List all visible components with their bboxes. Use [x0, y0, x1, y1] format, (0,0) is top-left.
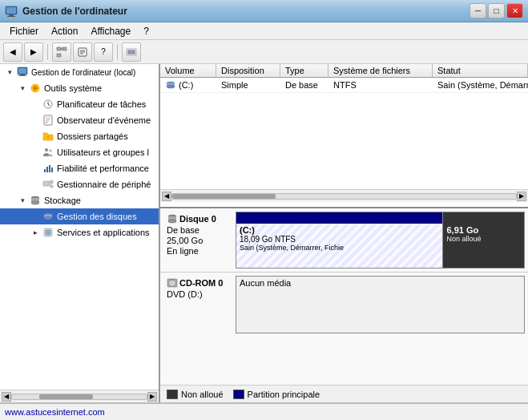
main-area: ▾ Gestion de l'ordinateur (local) ▾: [0, 64, 528, 402]
sidebar-tree: ▾ Gestion de l'ordinateur (local) ▾: [0, 64, 159, 390]
col-type[interactable]: Type: [280, 64, 328, 77]
disk0-info: Disque 0 De base 25,00 Go En ligne: [163, 212, 236, 269]
outils-expand-icon: ▾: [16, 82, 29, 95]
menu-affichage[interactable]: Affichage: [84, 24, 137, 38]
partition-unalloc-size: 6,91 Go: [446, 225, 521, 235]
root-expand-icon: ▾: [3, 66, 16, 79]
cdrom0-container: CD-ROM 0 DVD (D:) Aucun média: [160, 273, 528, 337]
svg-point-48: [47, 232, 49, 233]
table-scroll-thumb: [172, 194, 276, 199]
sidebar-item-root[interactable]: ▾ Gestion de l'ordinateur (local): [0, 64, 159, 80]
sidebar-item-utilisateurs[interactable]: ▸ Utilisateurs et groupes l: [0, 144, 159, 160]
col-disposition[interactable]: Disposition: [216, 64, 280, 77]
partition-c-label: (C:): [240, 225, 439, 235]
extra-button[interactable]: [122, 42, 141, 62]
partition-c-size: 18,09 Go NTFS: [240, 235, 439, 244]
minimize-button[interactable]: ─: [470, 3, 486, 18]
svg-point-42: [31, 201, 39, 204]
svg-rect-33: [49, 165, 50, 172]
observateur-label: Observateur d'événeme: [57, 115, 151, 125]
menu-help[interactable]: ?: [137, 24, 155, 38]
help-button[interactable]: ?: [94, 42, 113, 62]
menu-action[interactable]: Action: [45, 24, 84, 38]
cdrom0-media-label: Aucun média: [240, 278, 521, 288]
scroll-left-btn[interactable]: ◀: [2, 392, 11, 402]
cdrom0-name-row: CD-ROM 0: [167, 277, 232, 289]
cdrom0-drive: DVD (D:): [167, 289, 232, 299]
fiabilite-label: Fiabilité et performance: [57, 164, 149, 173]
users-icon: [42, 146, 54, 159]
title-bar-buttons: ─ □ ✕: [470, 3, 523, 18]
svg-rect-22: [44, 115, 52, 125]
legend-unallocated-label: Non alloué: [181, 390, 224, 399]
disk0-name: Disque 0: [179, 214, 216, 224]
properties-button[interactable]: [73, 42, 92, 62]
scroll-right-btn[interactable]: ▶: [147, 392, 157, 402]
stockage-label: Stockage: [44, 196, 81, 205]
svg-rect-5: [62, 47, 67, 50]
show-tree-button[interactable]: [52, 42, 71, 62]
status-text: www.astucesinternet.com: [5, 407, 105, 417]
cdrom0-media[interactable]: Aucun média: [236, 276, 525, 333]
partition-unalloc-header: [443, 212, 524, 224]
partition-unallocated[interactable]: 6,91 Go Non alloué: [443, 224, 524, 268]
title-bar-title: Gestion de l'ordinateur: [22, 6, 470, 17]
sidebar-item-dossiers[interactable]: ▸ Dossiers partagés: [0, 128, 159, 144]
clock-icon: [42, 98, 54, 111]
sidebar-scroll-track[interactable]: [11, 394, 147, 400]
table-header: Volume Disposition Type Système de fichi…: [160, 64, 528, 78]
back-button[interactable]: ◀: [3, 42, 22, 62]
planificateur-label: Planificateur de tâches: [57, 99, 146, 109]
sidebar-scrollbar[interactable]: ◀ ▶: [0, 390, 159, 402]
root-label: Gestion de l'ordinateur (local): [31, 68, 135, 77]
table-row[interactable]: (C:) Simple De base NTFS Sain (Système, …: [160, 78, 528, 93]
sidebar-item-planificateur[interactable]: ▸ Planificateur de tâches: [0, 96, 159, 112]
menu-fichier[interactable]: Fichier: [3, 24, 45, 38]
partition-c[interactable]: (C:) 18,09 Go NTFS Sain (Système, Démarr…: [236, 224, 442, 268]
partition-c-info: Sain (Système, Démarrer, Fichie: [240, 244, 439, 252]
col-volume[interactable]: Volume: [160, 64, 216, 77]
sidebar-item-gestion-disques[interactable]: ▸ Gestion des disques: [0, 208, 159, 224]
svg-rect-34: [51, 168, 53, 172]
sidebar-scroll-thumb: [39, 394, 93, 399]
sidebar-item-stockage[interactable]: ▾ Stockage: [0, 192, 159, 208]
svg-rect-35: [43, 181, 50, 186]
table-scroll-left[interactable]: ◀: [162, 192, 171, 201]
table-scroll-track[interactable]: [171, 193, 517, 200]
cell-type: De base: [280, 79, 328, 91]
services-icon: [42, 226, 54, 239]
storage-icon: [29, 194, 42, 207]
table-scroll-right[interactable]: ▶: [517, 192, 526, 201]
partition-unalloc-wrapper: 6,91 Go Non alloué: [443, 212, 524, 268]
disk0-icon: [167, 213, 178, 224]
gestion-disques-label: Gestion des disques: [57, 212, 137, 221]
col-statut[interactable]: Statut: [433, 64, 528, 77]
sidebar-item-observateur[interactable]: ▸ Observateur d'événeme: [0, 112, 159, 128]
services-expand-icon: ▸: [29, 226, 42, 239]
svg-rect-37: [50, 185, 53, 188]
disk-area: Disque 0 De base 25,00 Go En ligne (C:): [160, 208, 528, 402]
legend-unallocated-box: [167, 390, 178, 399]
maximize-button[interactable]: □: [488, 3, 505, 18]
table-scrollbar[interactable]: ◀ ▶: [160, 189, 528, 202]
sidebar-item-gestionnaire[interactable]: ▸ Gestionnaire de périphé: [0, 176, 159, 192]
forward-button[interactable]: ▶: [24, 42, 43, 62]
svg-rect-13: [128, 50, 135, 54]
sidebar-item-fiabilite[interactable]: ▸ Fiabilité et performance: [0, 160, 159, 176]
cell-disposition: Simple: [216, 79, 280, 91]
legend-primary: Partition principale: [233, 390, 320, 399]
log-icon: [42, 114, 54, 127]
table-body: (C:) Simple De base NTFS Sain (Système, …: [160, 78, 528, 93]
gestionnaire-label: Gestionnaire de périphé: [57, 180, 151, 189]
cdrom0-name: CD-ROM 0: [179, 278, 223, 288]
svg-point-29: [45, 148, 48, 151]
col-filesystem[interactable]: Système de fichiers: [328, 64, 433, 77]
svg-rect-16: [20, 75, 25, 75]
title-bar-icon: [5, 5, 18, 18]
stockage-expand-icon: ▾: [16, 194, 29, 207]
disk0-type: De base: [167, 225, 232, 235]
close-button[interactable]: ✕: [506, 3, 523, 18]
svg-point-54: [168, 220, 176, 223]
sidebar-item-services[interactable]: ▸ Services et applications: [0, 224, 159, 240]
sidebar-item-outils[interactable]: ▾ Outils système: [0, 80, 159, 96]
